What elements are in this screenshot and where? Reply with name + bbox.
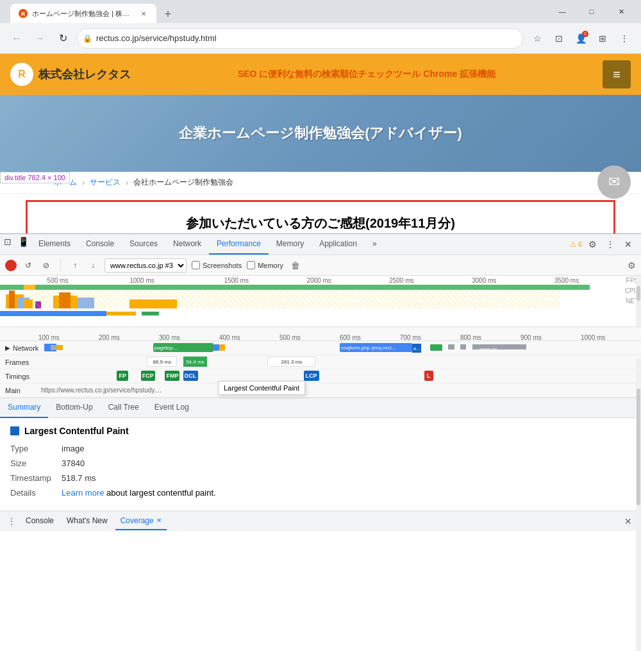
- address-bar: ← → ↻ 🔒 rectus.co.jp/service/hpstudy.htm…: [0, 23, 641, 54]
- back-button[interactable]: ←: [8, 29, 26, 47]
- fcp-marker[interactable]: FCP: [141, 371, 155, 381]
- l-marker[interactable]: L: [424, 371, 433, 381]
- tab-network[interactable]: Network: [165, 234, 209, 255]
- frames-row: Frames 86.9 ms 54.4 ms 281.3 ms: [0, 355, 641, 369]
- devtools-device-icon[interactable]: 📱: [15, 234, 31, 249]
- drawer-tab-coverage[interactable]: Coverage ✕: [115, 512, 167, 530]
- net-bar-9: [472, 344, 478, 349]
- striped-overlay: [29, 290, 560, 308]
- breadcrumb-service[interactable]: サービス: [90, 177, 121, 188]
- drawer-tab-console[interactable]: Console: [21, 512, 59, 530]
- summary-panel: Largest Contentful Paint Type image Size…: [0, 418, 641, 510]
- tab-console[interactable]: Console: [78, 234, 122, 255]
- tab-close-button[interactable]: ✕: [138, 8, 149, 19]
- timeline-overview: 500 ms 1000 ms 1500 ms 2000 ms 2500 ms 3…: [0, 276, 641, 327]
- record-button[interactable]: [5, 260, 17, 271]
- fp-marker[interactable]: FP: [117, 371, 128, 381]
- upload-button[interactable]: ↑: [69, 259, 81, 272]
- devtools-close-icon[interactable]: ✕: [620, 237, 636, 252]
- bottom-tab-call-tree[interactable]: Call Tree: [101, 398, 147, 418]
- site-header: R 株式会社レクタス SEO に便利な無料の検索順位チェックツール Chrome…: [0, 54, 641, 95]
- frames-row-content: 86.9 ms 54.4 ms 281.3 ms: [38, 355, 641, 369]
- coverage-tab-close[interactable]: ✕: [156, 517, 162, 524]
- lcp-marker[interactable]: LCP: [304, 371, 319, 381]
- activity-visualization: [0, 285, 590, 324]
- dcl-marker[interactable]: DCL: [183, 371, 198, 381]
- hero-banner: 企業ホームページ制作勉強会(アドバイザー): [0, 95, 641, 172]
- devtools-more-icon[interactable]: ⋮: [603, 237, 618, 252]
- tab-elements[interactable]: Elements: [31, 234, 78, 255]
- tab-sources[interactable]: Sources: [122, 234, 165, 255]
- tab-memory[interactable]: Memory: [269, 234, 312, 255]
- close-button[interactable]: ✕: [606, 0, 636, 23]
- clear-button[interactable]: ⊘: [40, 259, 53, 272]
- reload-record-button[interactable]: ↺: [22, 259, 35, 272]
- memory-checkbox[interactable]: [247, 261, 255, 269]
- maximize-button[interactable]: □: [577, 0, 606, 23]
- drawer-dots-icon[interactable]: ⋮: [5, 517, 18, 526]
- minimize-button[interactable]: —: [547, 0, 577, 23]
- bottom-tab-bar: Summary Bottom-Up Call Tree Event Log: [0, 398, 641, 418]
- menu-button[interactable]: ≡: [603, 60, 631, 88]
- settings-icon[interactable]: ⚙: [585, 237, 600, 252]
- email-float-button[interactable]: ✉: [597, 165, 631, 199]
- logo-icon: R: [10, 63, 33, 86]
- chrome-lens-icon[interactable]: ⊡: [550, 29, 568, 47]
- new-tab-button[interactable]: +: [159, 5, 177, 23]
- refresh-button[interactable]: ↻: [54, 29, 72, 47]
- trash-button[interactable]: 🗑: [291, 260, 300, 271]
- extensions-icon[interactable]: ⊞: [594, 29, 612, 47]
- tab-application[interactable]: Application: [312, 234, 365, 255]
- bottom-tab-summary[interactable]: Summary: [0, 398, 48, 418]
- address-right: ☆ ⊡ 👤 0 ⊞ ⋮: [528, 29, 633, 47]
- net-bar-8: [460, 344, 466, 349]
- site-promo: SEO に便利な無料の検索順位チェックツール Chrome 拡張機能: [141, 69, 592, 80]
- url-selector[interactable]: www.rectus.co.jp #3: [104, 258, 187, 273]
- size-value: 37840: [62, 458, 85, 468]
- learn-more-link[interactable]: Learn more: [62, 488, 104, 498]
- drawer-tab-whats-new[interactable]: What's New: [62, 512, 113, 530]
- net-bar-www: www.gc...: [478, 344, 526, 349]
- net-bar-html: [0, 311, 106, 316]
- timestamp-label: Timestamp: [10, 473, 62, 483]
- frame-2: 54.4 ms: [183, 357, 208, 367]
- perf-settings-button[interactable]: ⚙: [628, 260, 636, 271]
- devtools-inspect-icon[interactable]: ⊡: [0, 234, 15, 249]
- chrome-window: R ホームページ制作勉強会 | 株式会社レクタス ✕ + — □ ✕ ← → ↻…: [0, 0, 641, 531]
- summary-timestamp-row: Timestamp 518.7 ms: [10, 473, 631, 483]
- timestamp-value: 518.7 ms: [62, 473, 96, 483]
- memory-checkbox-label[interactable]: Memory: [247, 261, 283, 269]
- bookmark-icon[interactable]: ☆: [528, 29, 546, 47]
- summary-scroll-track[interactable]: [636, 359, 641, 651]
- url-text: rectus.co.jp/service/hpstudy.html: [96, 33, 515, 43]
- main-row-label: Main: [0, 387, 38, 394]
- timings-row-label: Timings: [0, 373, 38, 380]
- net-bar-5: [219, 344, 225, 351]
- fmp-marker[interactable]: FMP: [165, 371, 179, 381]
- tab-bar: R ホームページ制作勉強会 | 株式会社レクタス ✕ +: [5, 0, 177, 23]
- scroll-track[interactable]: [636, 276, 641, 326]
- bottom-tab-bottom-up[interactable]: Bottom-Up: [48, 398, 100, 418]
- active-tab[interactable]: R ホームページ制作勉強会 | 株式会社レクタス ✕: [10, 4, 156, 23]
- timings-row: Timings FP FCP FMP DCL LCP L Largest Con…: [0, 369, 641, 383]
- forward-button[interactable]: →: [31, 29, 49, 47]
- dimension-tooltip: div.title 782.4 × 100: [0, 172, 70, 183]
- url-bar[interactable]: 🔒 rectus.co.jp/service/hpstudy.html: [77, 28, 523, 49]
- article-wrapper: 参加いただいている方のご感想(2019年11月分) 勉強会の都度思うことだが、ウ…: [0, 194, 641, 233]
- details-label: Details: [10, 488, 62, 498]
- tab-favicon: R: [18, 8, 28, 19]
- profile-icon[interactable]: 👤 0: [572, 29, 590, 47]
- tab-more[interactable]: »: [365, 234, 385, 255]
- more-menu-icon[interactable]: ⋮: [615, 29, 633, 47]
- download-button[interactable]: ↓: [87, 259, 99, 272]
- drawer-close-all-button[interactable]: ✕: [620, 514, 636, 529]
- title-bar: R ホームページ制作勉強会 | 株式会社レクタス ✕ + — □ ✕: [0, 0, 641, 23]
- summary-type-row: Type image: [10, 444, 631, 453]
- screenshots-checkbox[interactable]: [192, 261, 200, 269]
- tab-performance[interactable]: Performance: [209, 234, 269, 255]
- main-row: Main https://www.rectus.co.jp/service/hp…: [0, 383, 641, 398]
- screenshots-checkbox-label[interactable]: Screenshots: [192, 261, 242, 269]
- bottom-tab-event-log[interactable]: Event Log: [147, 398, 197, 418]
- warning-badge: ⚠ 6: [570, 240, 582, 249]
- type-label: Type: [10, 444, 62, 453]
